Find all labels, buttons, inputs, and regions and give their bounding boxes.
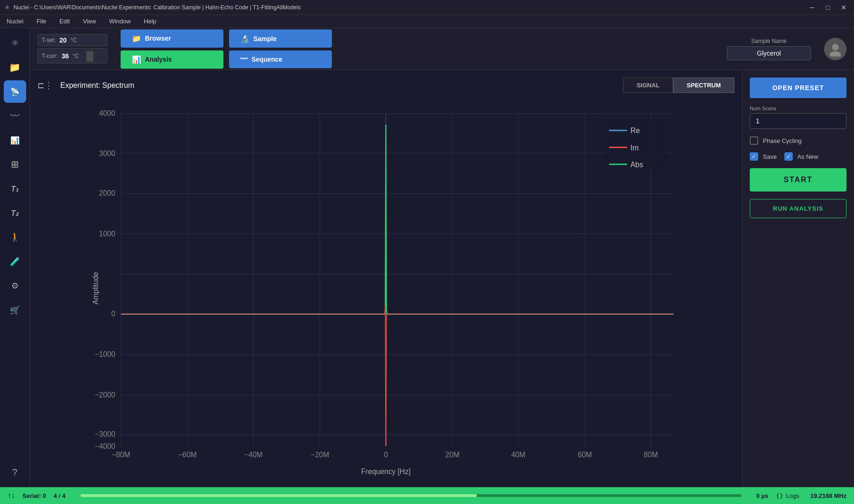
- menu-bar: Nuclei File Edit View Window Help: [0, 15, 854, 28]
- chart-main: ⊏⋮ Experiment: Spectrum SIGNAL SPECTRUM: [30, 70, 742, 487]
- sidebar-item-sample-rack[interactable]: 🧪: [4, 250, 26, 273]
- chart-header: ⊏⋮ Experiment: Spectrum SIGNAL SPECTRUM: [37, 78, 734, 93]
- menu-help[interactable]: Help: [141, 17, 159, 26]
- right-panel: OPEN PRESET Num Scans Phase Cycling Save: [742, 70, 854, 487]
- minimize-button[interactable]: ─: [807, 3, 818, 12]
- svg-text:−3000: −3000: [95, 430, 115, 438]
- svg-text:−4000: −4000: [95, 442, 115, 450]
- svg-text:40M: 40M: [511, 451, 525, 459]
- window-title: Nuclei - C:\Users\WAR\Documents\Nuclei E…: [14, 4, 301, 11]
- temp-curr-value: 36: [62, 52, 69, 60]
- status-arrows: ↑↓: [7, 491, 15, 500]
- app-icon: ⚛: [5, 4, 10, 11]
- svg-text:Frequency [Hz]: Frequency [Hz]: [361, 468, 410, 476]
- svg-text:−20M: −20M: [311, 451, 330, 459]
- save-checkbox[interactable]: [750, 152, 758, 161]
- svg-text:60M: 60M: [578, 451, 592, 459]
- sidebar-item-settings[interactable]: ⚙: [4, 275, 26, 297]
- nav-buttons-right: 🔬 Sample 〰 Sequence: [229, 29, 332, 68]
- status-freq: 19.2188 MHz: [811, 492, 847, 499]
- sample-name-input[interactable]: [727, 46, 811, 60]
- save-label: Save: [763, 153, 777, 160]
- status-serial: Serial: 0: [22, 492, 46, 499]
- browser-button[interactable]: 📁 Browser: [121, 29, 223, 48]
- status-progress: 4 / 4: [54, 492, 65, 499]
- status-progress-bar: [80, 494, 741, 497]
- sidebar-item-t2[interactable]: T₂: [4, 202, 26, 224]
- temp-curr-row: T-curr: 36 °C ▓: [37, 48, 108, 64]
- analysis-nav-icon: 📊: [132, 55, 141, 64]
- phase-cycling-checkbox[interactable]: [750, 136, 758, 145]
- status-logs[interactable]: {} Logs: [776, 492, 799, 499]
- analysis-button-label: Analysis: [145, 56, 172, 63]
- svg-text:0: 0: [111, 310, 115, 318]
- sidebar-item-person[interactable]: 🚶: [4, 226, 26, 248]
- menu-nuclei[interactable]: Nuclei: [4, 17, 26, 26]
- svg-text:Amplitude: Amplitude: [92, 272, 100, 305]
- sidebar-item-bar-chart[interactable]: 📊: [4, 129, 26, 151]
- temp-set-unit: °C: [71, 37, 77, 43]
- menu-edit[interactable]: Edit: [57, 17, 72, 26]
- chart-container: ⊏⋮ Experiment: Spectrum SIGNAL SPECTRUM: [30, 70, 854, 487]
- menu-file[interactable]: File: [34, 17, 49, 26]
- svg-text:Re: Re: [631, 127, 640, 135]
- close-button[interactable]: ✕: [838, 3, 849, 12]
- title-bar-controls[interactable]: ─ □ ✕: [807, 3, 849, 12]
- chart-svg: 4000 3000 2000 1000 0 −1000 −2000 −3000 …: [37, 97, 734, 480]
- status-time: 0 μs: [756, 492, 768, 499]
- sidebar-item-browser[interactable]: 📁: [4, 56, 26, 78]
- chart-svg-wrapper: 4000 3000 2000 1000 0 −1000 −2000 −3000 …: [37, 97, 734, 480]
- as-new-label: As New: [797, 153, 818, 160]
- svg-text:4000: 4000: [99, 109, 115, 117]
- svg-text:20M: 20M: [445, 451, 459, 459]
- sequence-nav-icon: 〰: [240, 55, 248, 64]
- save-row: Save As New: [750, 152, 847, 161]
- sidebar-item-chart[interactable]: 〰: [4, 105, 26, 127]
- sidebar-item-stroller[interactable]: 🛒: [4, 299, 26, 321]
- menu-view[interactable]: View: [80, 17, 99, 26]
- open-preset-button[interactable]: OPEN PRESET: [750, 78, 847, 98]
- avatar[interactable]: [824, 38, 847, 60]
- num-scans-group: Num Scans: [750, 106, 847, 129]
- menu-window[interactable]: Window: [106, 17, 133, 26]
- folder-nav-icon: 📁: [132, 34, 141, 43]
- maximize-button[interactable]: □: [823, 3, 832, 12]
- as-new-checkbox-row: As New: [784, 152, 818, 161]
- nav-buttons-left: 📁 Browser 📊 Analysis: [121, 29, 223, 69]
- app-body: ⚛ 📁 📡 〰 📊 ⊞ T₁ T₂ 🚶 🧪 ⚙ 🛒 ? T-set: 20 °C…: [0, 28, 854, 487]
- sidebar-item-t1[interactable]: T₁: [4, 177, 26, 200]
- spectrum-button[interactable]: SPECTRUM: [673, 78, 734, 93]
- as-new-checkbox[interactable]: [784, 152, 793, 161]
- sample-name-panel: Sample Name: [727, 38, 811, 60]
- svg-text:2000: 2000: [99, 189, 115, 197]
- sidebar-item-signal[interactable]: 📡: [4, 80, 26, 103]
- svg-text:−1000: −1000: [95, 350, 115, 358]
- start-button[interactable]: START: [750, 168, 847, 192]
- sidebar-item-help[interactable]: ?: [4, 461, 26, 483]
- svg-text:3000: 3000: [99, 149, 115, 157]
- svg-point-0: [832, 44, 839, 50]
- braces-icon: {}: [776, 492, 783, 499]
- status-right: {} Logs 19.2188 MHz: [776, 492, 847, 499]
- svg-text:−40M: −40M: [244, 451, 263, 459]
- sample-nav-icon: 🔬: [240, 34, 250, 43]
- analysis-button[interactable]: 📊 Analysis: [121, 50, 223, 69]
- chart-tool-icon[interactable]: ⊏⋮: [37, 80, 53, 91]
- num-scans-input[interactable]: [750, 113, 847, 129]
- run-analysis-button[interactable]: RUN ANALYSIS: [750, 199, 847, 218]
- title-bar-left: ⚛ Nuclei - C:\Users\WAR\Documents\Nuclei…: [5, 4, 301, 11]
- save-checkbox-row: Save: [750, 152, 777, 161]
- svg-text:80M: 80M: [644, 451, 658, 459]
- sequence-button[interactable]: 〰 Sequence: [229, 50, 332, 68]
- sidebar-item-atom[interactable]: ⚛: [4, 32, 26, 54]
- signal-button[interactable]: SIGNAL: [623, 78, 673, 93]
- sidebar-item-grid-plus[interactable]: ⊞: [4, 153, 26, 176]
- title-bar: ⚛ Nuclei - C:\Users\WAR\Documents\Nuclei…: [0, 0, 854, 15]
- sidebar: ⚛ 📁 📡 〰 📊 ⊞ T₁ T₂ 🚶 🧪 ⚙ 🛒 ?: [0, 28, 30, 487]
- sample-button[interactable]: 🔬 Sample: [229, 29, 332, 48]
- chart-title: Experiment: Spectrum: [60, 81, 134, 90]
- signal-spectrum-btns: SIGNAL SPECTRUM: [623, 78, 734, 93]
- svg-text:1000: 1000: [99, 230, 115, 238]
- svg-text:Abs: Abs: [631, 161, 643, 169]
- svg-text:−80M: −80M: [112, 451, 130, 459]
